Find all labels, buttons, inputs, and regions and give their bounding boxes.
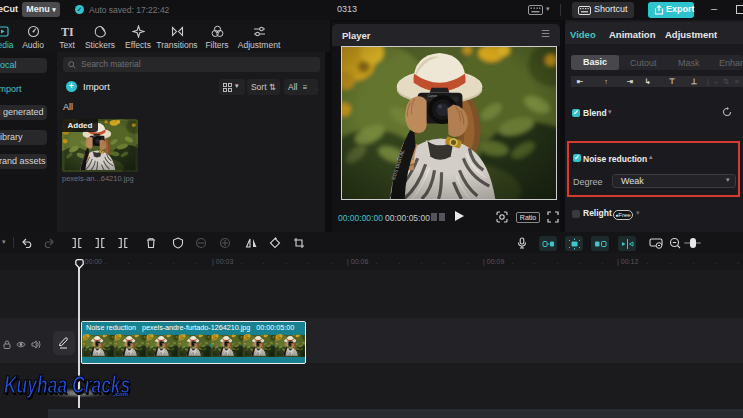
svg-text:TI: TI (61, 25, 74, 38)
